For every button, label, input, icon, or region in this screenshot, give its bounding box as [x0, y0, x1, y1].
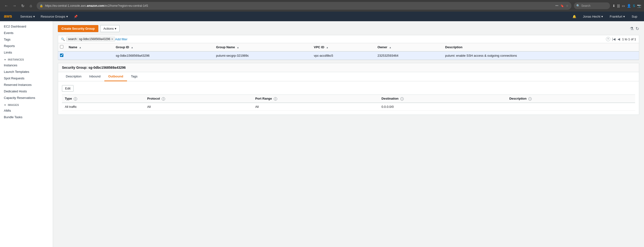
support-menu[interactable]: Sup	[629, 12, 640, 21]
services-nav[interactable]: Services ▾	[17, 12, 38, 21]
tab-tags[interactable]: Tags	[127, 72, 141, 81]
aws-topnav: aws Services ▾ Resource Groups ▾ 📌 🔔 Jon…	[0, 12, 644, 21]
dots-icon: •••	[555, 4, 558, 8]
sidebar-item-reserved-instances[interactable]: Reserved Instances	[0, 82, 53, 88]
pin-icon: 📌	[74, 15, 78, 18]
skype-icon: S	[633, 4, 635, 8]
owner-column-header[interactable]: Owner ▲	[374, 43, 442, 51]
destination-info-icon[interactable]: i	[400, 97, 404, 101]
actions-chevron-icon: ▾	[115, 27, 116, 30]
home-button[interactable]: ⌂	[28, 3, 34, 9]
sidebar-item-limits[interactable]: Limits	[0, 49, 53, 56]
collapse-images-icon[interactable]: ▼	[4, 104, 6, 106]
resource-groups-label: Resource Groups	[41, 15, 65, 18]
forward-button[interactable]: →	[11, 3, 18, 9]
sidebar: EC2 Dashboard Events Tags Reports Limits…	[0, 21, 53, 247]
sidebar-section-instances: ▼ INSTANCES	[0, 56, 53, 62]
tab-outbound[interactable]: Outbound	[104, 72, 127, 81]
search-tag: search : sg-0dbc1568569a43296 ✕	[66, 37, 115, 42]
owner-cell: 232532593464	[374, 51, 442, 60]
description-cell: pulumi: enable SSH access & outgoing con…	[442, 51, 639, 60]
sidebar-item-capacity-reservations[interactable]: Capacity Reservations	[0, 95, 53, 101]
pin-nav[interactable]: 📌	[71, 12, 80, 21]
security-groups-table: Name ▲ Group ID ▲ Group Name ▲ VPC ID	[58, 43, 639, 60]
sidebar-item-bundle-tasks[interactable]: Bundle Tasks	[0, 114, 53, 120]
star-icon[interactable]: ☆	[566, 4, 568, 8]
row-checkbox-cell	[58, 51, 66, 60]
back-button[interactable]: ←	[3, 3, 10, 9]
name-column-header[interactable]: Name ▲	[66, 43, 113, 51]
url-text: https://eu-central-1.console.aws.amazon.…	[45, 4, 554, 8]
sidebar-item-ec2-dashboard[interactable]: EC2 Dashboard	[0, 23, 53, 30]
sidebar-item-tags[interactable]: Tags	[0, 36, 53, 43]
edit-button[interactable]: Edit	[62, 85, 74, 92]
collapse-instances-icon[interactable]: ▼	[4, 58, 6, 61]
topnav-right: 🔔 Jonas Hecht ▾ Frankfurt ▾ Sup	[570, 12, 640, 21]
browser-search[interactable]: 🔍 Search	[574, 3, 610, 9]
notifications-button[interactable]: 🔔	[570, 12, 579, 21]
first-page-button[interactable]: |◀	[612, 37, 616, 41]
group-name-column-header[interactable]: Group Name ▲	[213, 43, 311, 51]
search-right: ? |◀ ◀ 1 to 1 of 1	[606, 37, 636, 41]
region-label: Frankfurt	[610, 15, 622, 18]
tab-description[interactable]: Description	[62, 72, 85, 81]
type-info-icon[interactable]: i	[74, 97, 77, 101]
port-range-info-icon[interactable]: i	[274, 97, 277, 101]
pagination-info: 1 to 1 of 1	[622, 37, 636, 41]
group-name-sort-icon: ▲	[237, 46, 239, 49]
description-header: Description i	[506, 95, 635, 103]
protocol-cell: All	[144, 103, 252, 111]
resource-groups-nav[interactable]: Resource Groups ▾	[38, 12, 71, 21]
protocol-header: Protocol i	[144, 95, 252, 103]
clear-search-button[interactable]: ✕	[111, 38, 113, 41]
sidebar-item-amis[interactable]: AMIs	[0, 107, 53, 114]
address-bar[interactable]: 🔒 https://eu-central-1.console.aws.amazo…	[37, 2, 572, 10]
port-range-cell: All	[252, 103, 379, 111]
search-help-icon[interactable]: ?	[606, 37, 610, 41]
sidebar-item-dedicated-hosts[interactable]: Dedicated Hosts	[0, 88, 53, 95]
prev-page-button[interactable]: ◀	[618, 37, 620, 41]
refresh-table-icon[interactable]: ↻	[636, 26, 639, 31]
refresh-button[interactable]: ↻	[19, 3, 26, 9]
services-chevron-icon: ▾	[33, 15, 35, 18]
search-icon: 🔍	[61, 37, 65, 41]
description-column-header: Description	[442, 43, 639, 51]
tab-inbound[interactable]: Inbound	[85, 72, 104, 81]
table-row[interactable]: sg-0dbc1568569a43296 pulumi-secgrp-32198…	[58, 51, 639, 60]
vpc-id-column-header[interactable]: VPC ID ▲	[311, 43, 374, 51]
description-info-icon[interactable]: i	[528, 97, 532, 101]
group-id-column-header[interactable]: Group ID ▲	[113, 43, 213, 51]
user-menu[interactable]: Jonas Hecht ▾	[580, 12, 606, 21]
select-all-checkbox[interactable]	[60, 45, 64, 49]
sidebar-item-events[interactable]: Events	[0, 30, 53, 36]
outbound-rule-row: All traffic All All 0.0.0.0/0	[62, 103, 635, 111]
search-tag-text: search : sg-0dbc1568569a43296	[68, 37, 110, 41]
aws-logo[interactable]: aws	[4, 14, 12, 19]
browser-nav: ← → ↻ ⌂	[3, 3, 34, 9]
sidebar-item-launch-templates[interactable]: Launch Templates	[0, 69, 53, 75]
detail-panel: Security Group: sg-0dbc1568569a43296 Des…	[58, 63, 639, 115]
browser-chrome: ← → ↻ ⌂ 🔒 https://eu-central-1.console.a…	[0, 0, 644, 12]
lock-icon: 🔒	[40, 4, 43, 8]
browser-icons: ⬇ ||| ▭ 👤 S 📷	[612, 4, 641, 8]
group-name-cell: pulumi-secgrp-321989c	[213, 51, 311, 60]
sidebar-item-instances[interactable]: Instances	[0, 62, 53, 69]
profile-icon: 👤	[627, 4, 631, 8]
settings-icon[interactable]: ⚗	[630, 26, 634, 31]
port-range-header: Port Range i	[252, 95, 379, 103]
sidebar-item-spot-requests[interactable]: Spot Requests	[0, 75, 53, 82]
detail-tabs: Description Inbound Outbound Tags	[58, 72, 639, 81]
create-security-group-button[interactable]: Create Security Group	[58, 25, 98, 32]
actions-label: Actions	[104, 27, 114, 30]
svg-text:aws: aws	[4, 14, 12, 19]
bookmark-icon[interactable]: 🔖	[560, 4, 564, 8]
toolbar-right: ⚗ ↻	[630, 26, 639, 31]
type-cell: All traffic	[62, 103, 144, 111]
sidebar-item-reports[interactable]: Reports	[0, 43, 53, 49]
row-checkbox[interactable]	[60, 54, 64, 57]
add-filter-button[interactable]: Add filter	[115, 37, 127, 41]
region-menu[interactable]: Frankfurt ▾	[607, 12, 628, 21]
protocol-info-icon[interactable]: i	[162, 97, 165, 101]
actions-button[interactable]: Actions ▾	[100, 25, 120, 32]
username-label: Jonas Hecht	[583, 15, 600, 18]
